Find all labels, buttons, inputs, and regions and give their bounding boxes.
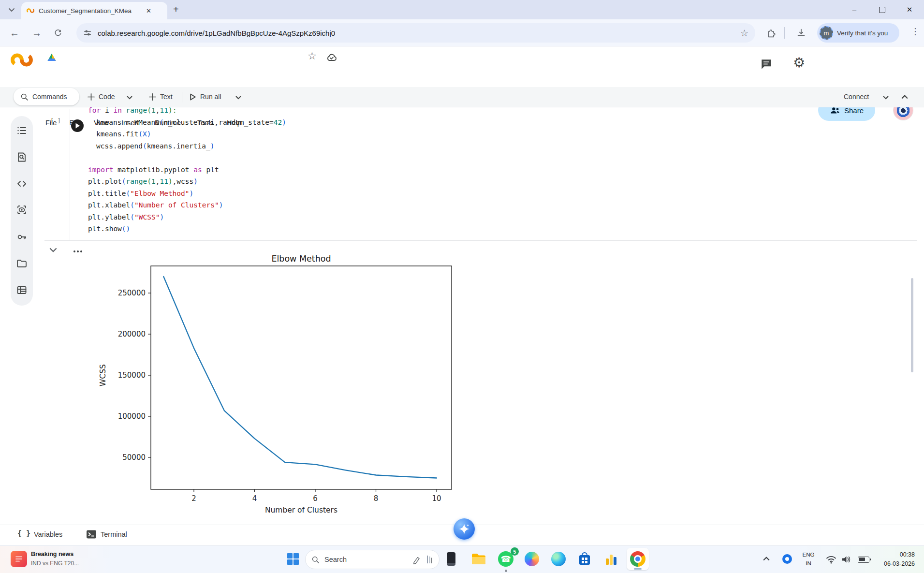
chrome-app-icon[interactable] [630,551,646,567]
taskbar-clock[interactable]: 00:38 06-03-2026 [884,550,915,569]
cell-output-divider [44,240,917,241]
notebook-star-icon[interactable]: ☆ [308,50,317,62]
comments-icon[interactable] [760,58,773,71]
edge-app-icon[interactable] [550,551,567,567]
download-icon[interactable] [796,28,807,38]
reload-button[interactable] [51,26,65,40]
output-options-icon[interactable] [80,250,82,252]
gemini-spark-button[interactable] [454,518,475,540]
collapse-output-icon[interactable] [49,248,57,253]
taskbar-search[interactable]: Search [305,550,440,569]
y-tick-label: 250000 [118,289,146,297]
phone-link-app-icon[interactable] [443,551,459,567]
tray-info-icon[interactable] [782,554,792,564]
tray-expand-icon[interactable] [763,556,770,561]
terminal-button[interactable]: Terminal [101,530,127,538]
variables-braces-icon[interactable]: { } [17,529,30,538]
volume-icon[interactable] [841,555,851,564]
analytics-app-icon[interactable] [603,551,619,567]
x-axis-label: Number of Clusters [265,506,337,514]
profile-label: Verify that it's you [837,29,888,37]
code-snippets-icon[interactable] [16,178,28,190]
code-line[interactable]: kmeans.fit(X) [88,128,813,140]
start-button[interactable] [285,551,301,567]
add-code-plus-icon[interactable] [87,93,95,101]
news-headline[interactable]: Breaking news [31,551,73,558]
settings-gear-icon[interactable]: ⚙ [793,55,805,71]
code-line[interactable]: plt.ylabel("WCSS") [88,211,813,223]
code-line[interactable] [88,152,813,164]
code-editor[interactable]: for i in range(1,11):kmeans = KMeans(n_c… [88,107,813,240]
browser-menu-kebab-icon[interactable]: ⋮ [911,26,920,37]
secrets-key-icon[interactable] [16,231,28,243]
table-of-contents-icon[interactable] [16,125,28,136]
window-close-button[interactable]: ✕ [902,3,917,16]
extensions-icon[interactable] [766,28,776,38]
language-indicator[interactable]: ENG IN [799,550,818,568]
x-tick-label: 6 [313,494,318,503]
toolbar-divider [784,27,785,39]
forward-button[interactable]: → [30,26,44,40]
tab-favicon-colab-icon [26,8,35,14]
files-folder-icon[interactable] [16,258,28,269]
tab-close-icon[interactable]: ✕ [146,7,151,15]
variables-button[interactable]: Variables [34,530,62,538]
code-line[interactable]: plt.show() [88,223,813,235]
colab-header: Customer_Segmentation_KMeans_Project.ipy… [0,46,924,87]
url-bar[interactable]: colab.research.google.com/drive/1pLGadNf… [76,23,755,43]
back-button[interactable]: ← [8,26,21,40]
news-widget-icon[interactable] [11,551,27,567]
wifi-icon[interactable] [826,555,836,564]
code-line[interactable]: wcss.append(kmeans.inertia_) [88,140,813,152]
copilot-app-icon[interactable] [524,551,540,567]
code-line[interactable]: kmeans = KMeans(n_clusters=i,random_stat… [88,117,813,129]
site-info-icon[interactable] [83,29,92,37]
add-code-button[interactable]: Code [99,93,115,101]
run-all-play-icon[interactable] [190,93,196,101]
code-dropdown-caret-icon[interactable] [127,96,132,100]
tab-search-icon[interactable] [7,5,16,15]
output-options-icon[interactable] [73,250,75,252]
find-replace-icon[interactable] [16,151,28,163]
whatsapp-running-dot [505,570,507,572]
connect-button[interactable]: Connect [844,93,869,101]
collapse-header-icon[interactable] [901,94,908,99]
search-icon [311,556,320,564]
terminal-icon[interactable] [86,529,97,539]
run-cell-button[interactable] [71,119,84,132]
browser-tab[interactable]: Customer_Segmentation_KMea ✕ [21,2,167,19]
window-minimize-button[interactable]: – [847,3,862,16]
run-all-caret-icon[interactable] [235,96,241,100]
save-status-cloud-icon [326,52,337,62]
output-options-icon[interactable] [77,250,79,252]
code-line[interactable]: plt.title("Elbow Method") [88,188,813,200]
commands-button[interactable]: Commands [14,88,79,105]
plot-area [151,266,452,489]
news-subline[interactable]: IND vs ENG T20... [31,560,79,567]
microsoft-store-app-icon[interactable] [576,551,593,567]
run-all-button[interactable]: Run all [200,93,221,101]
notebook-scrollbar[interactable] [911,278,913,372]
code-line[interactable]: plt.xlabel("Number of Clusters") [88,199,813,211]
code-line[interactable]: import matplotlib.pyplot as plt [88,164,813,176]
browser-profile-chip[interactable]: m Verify that it's you [817,23,899,43]
drive-icon [46,53,57,62]
code-line[interactable]: plt.plot(range(1,11),wcss) [88,176,813,188]
add-text-button[interactable]: Text [160,93,173,101]
colab-logo[interactable] [10,52,34,68]
window-maximize-button[interactable] [875,3,889,16]
chart-title: Elbow Method [271,254,331,264]
search-highlight-pen-icon [412,555,422,564]
battery-icon[interactable] [858,557,869,563]
language-top: ENG [799,550,818,559]
y-tick-label: 150000 [118,371,146,380]
data-table-icon[interactable] [16,284,28,296]
add-text-plus-icon[interactable] [148,93,157,101]
toolbar-divider [182,92,182,103]
code-line[interactable]: for i in range(1,11): [88,107,813,117]
bookmark-star-icon[interactable]: ☆ [740,28,748,39]
file-explorer-app-icon[interactable] [470,551,487,567]
connect-caret-icon[interactable] [883,96,889,100]
variable-inspector-eye-icon[interactable] [16,204,28,216]
new-tab-button[interactable]: + [173,4,179,15]
